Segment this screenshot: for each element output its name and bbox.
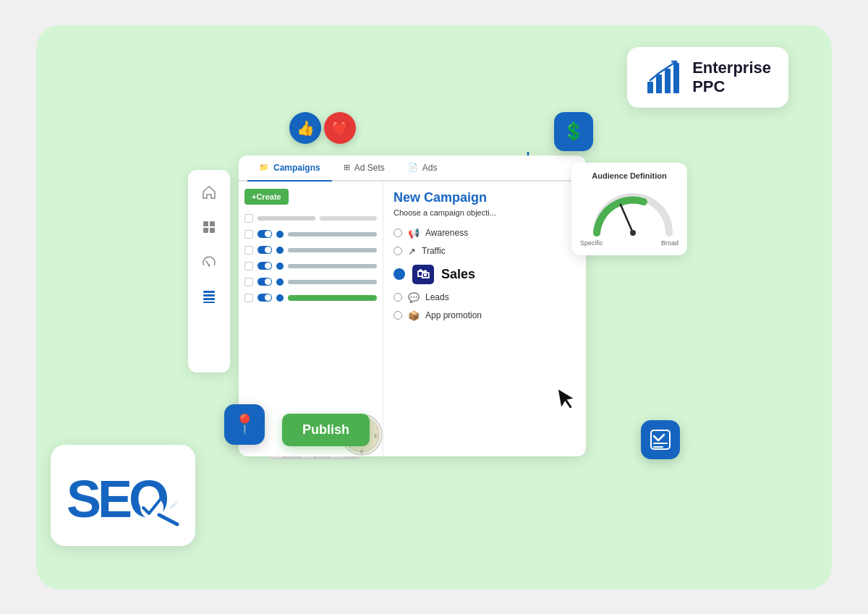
tab-adsets[interactable]: ⊞ Ad Sets	[332, 155, 396, 182]
like-button[interactable]: 👍	[289, 112, 321, 144]
panel-tabs: 📁 Campaigns ⊞ Ad Sets 📄 Ads	[239, 155, 586, 182]
tab-ads[interactable]: 📄 Ads	[396, 155, 449, 182]
sidebar-home-icon[interactable]	[198, 182, 220, 203]
gauge-labels: Specific Broad	[580, 239, 678, 247]
svg-rect-12	[210, 228, 215, 233]
adsets-tab-icon: ⊞	[344, 163, 350, 172]
ads-tab-icon: 📄	[408, 163, 418, 172]
list-item	[244, 226, 377, 242]
tab-adsets-label: Ad Sets	[354, 163, 385, 173]
objective-traffic[interactable]: ↗ Traffic	[393, 242, 576, 260]
row-checkbox[interactable]	[244, 246, 253, 255]
seo-logo: S E O	[65, 463, 181, 528]
svg-rect-1	[656, 74, 662, 93]
row-checkbox[interactable]	[244, 214, 253, 223]
publish-button[interactable]: Publish	[282, 414, 370, 446]
blue-indicator	[276, 247, 284, 254]
blue-indicator	[276, 278, 284, 286]
sales-label: Sales	[441, 267, 475, 282]
sidebar-table-icon[interactable]	[198, 286, 220, 307]
sidebar	[188, 170, 230, 372]
row-bar	[288, 295, 377, 301]
svg-rect-17	[203, 302, 215, 303]
row-checkbox[interactable]	[244, 230, 253, 239]
main-container: Enterprise PPC S E O 👍	[36, 25, 832, 589]
row-bar	[288, 264, 377, 268]
enterprise-title: Enterprise	[692, 59, 771, 77]
app-label: App promotion	[425, 310, 482, 320]
toggle-switch[interactable]	[258, 230, 272, 238]
blue-indicator	[276, 294, 284, 302]
app-icon: 📦	[408, 310, 420, 321]
tab-ads-label: Ads	[422, 163, 438, 173]
tab-campaigns-label: Campaigns	[273, 163, 320, 173]
tab-campaigns[interactable]: 📁 Campaigns	[247, 155, 332, 182]
toggle-switch[interactable]	[258, 294, 272, 302]
radio-app-promotion[interactable]	[393, 311, 402, 320]
enterprise-subtitle: PPC	[692, 77, 771, 96]
svg-rect-0	[647, 82, 653, 93]
create-button[interactable]: +Create	[244, 189, 289, 205]
main-panel: 📁 Campaigns ⊞ Ad Sets 📄 Ads +Create	[239, 155, 586, 456]
objective-awareness[interactable]: 📢 Awareness	[393, 224, 576, 242]
traffic-label: Traffic	[422, 246, 446, 256]
leads-label: Leads	[425, 292, 449, 302]
row-bar	[288, 248, 377, 252]
radio-awareness[interactable]	[393, 229, 402, 237]
list-item	[244, 258, 377, 274]
leads-icon: 💬	[408, 292, 420, 303]
seo-card: S E O	[51, 445, 195, 546]
svg-point-19	[630, 230, 636, 236]
svg-text:E: E	[98, 470, 132, 528]
radio-traffic[interactable]	[393, 247, 402, 255]
gauge-chart	[586, 186, 673, 236]
sidebar-grid-icon[interactable]	[198, 216, 220, 238]
objective-sales[interactable]: 🛍 Sales	[393, 260, 576, 289]
svg-text:E: E	[374, 432, 378, 439]
form-title: New Campaign	[393, 190, 576, 205]
sales-icon: 🛍	[412, 265, 434, 284]
campaigns-tab-icon: 📁	[259, 163, 269, 172]
radio-leads[interactable]	[393, 293, 402, 302]
broad-label: Broad	[661, 239, 678, 247]
checklist-button[interactable]	[641, 420, 680, 459]
row-checkbox[interactable]	[244, 294, 253, 302]
row-bar	[258, 216, 315, 221]
heart-button[interactable]: ❤️	[324, 112, 356, 144]
sidebar-gauge-icon[interactable]	[198, 251, 220, 273]
svg-rect-16	[203, 298, 215, 300]
blue-indicator	[276, 263, 284, 270]
toggle-switch[interactable]	[258, 262, 272, 270]
float-social-buttons: 👍 ❤️	[289, 112, 356, 144]
svg-rect-3	[673, 63, 679, 93]
audience-panel: Audience Definition Specific Broad	[571, 163, 687, 255]
svg-rect-15	[203, 294, 215, 297]
row-bar	[288, 232, 377, 236]
svg-point-13	[208, 264, 210, 266]
objective-app-promotion[interactable]: 📦 App promotion	[393, 307, 576, 325]
enterprise-text: Enterprise PPC	[692, 59, 771, 96]
specific-label: Specific	[580, 239, 603, 247]
svg-rect-11	[203, 228, 208, 233]
awareness-label: Awareness	[425, 228, 468, 238]
svg-text:S: S	[359, 448, 363, 455]
toggle-switch[interactable]	[258, 246, 272, 254]
svg-rect-10	[210, 221, 215, 226]
row-checkbox[interactable]	[244, 278, 253, 286]
audience-title: Audience Definition	[580, 171, 678, 180]
blue-indicator	[276, 231, 284, 238]
list-item	[244, 290, 377, 306]
list-item	[244, 210, 377, 226]
svg-line-18	[621, 205, 633, 233]
location-button[interactable]: 📍	[224, 404, 265, 445]
dollar-button[interactable]: 💲	[554, 112, 593, 151]
row-checkbox[interactable]	[244, 262, 253, 270]
row-bar	[288, 280, 377, 284]
objective-leads[interactable]: 💬 Leads	[393, 289, 576, 307]
ui-mockup: 👍 ❤️ 💲	[188, 127, 680, 488]
campaign-form: New Campaign Choose a campaign objecti..…	[383, 182, 586, 456]
list-item	[244, 242, 377, 258]
toggle-switch[interactable]	[258, 278, 272, 286]
svg-rect-14	[203, 291, 215, 293]
svg-rect-2	[665, 69, 671, 93]
